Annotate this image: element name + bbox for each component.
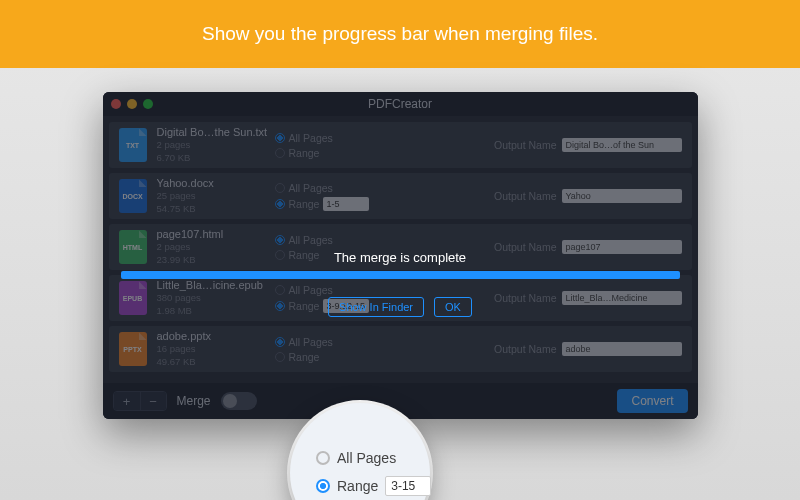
output-name-input[interactable]: Digital Bo…of the Sun bbox=[562, 138, 682, 152]
file-type-icon: PPTX bbox=[119, 332, 147, 366]
all-pages-option[interactable]: All Pages bbox=[275, 336, 333, 348]
progress-panel: The merge is complete bbox=[103, 250, 698, 279]
radio-icon bbox=[275, 337, 285, 347]
all-pages-label: All Pages bbox=[289, 336, 333, 348]
banner-headline: Show you the progress bar when merging f… bbox=[202, 23, 598, 45]
merge-toggle[interactable] bbox=[221, 392, 257, 410]
radio-icon bbox=[275, 235, 285, 245]
page-options: All PagesRange bbox=[275, 132, 495, 159]
all-pages-label: All Pages bbox=[289, 132, 333, 144]
file-name: adobe.pptx bbox=[157, 330, 275, 342]
all-pages-option[interactable]: All Pages bbox=[275, 182, 370, 194]
all-pages-label: All Pages bbox=[289, 234, 333, 246]
range-label: Range bbox=[289, 351, 320, 363]
all-pages-label: All Pages bbox=[289, 284, 333, 296]
range-label: Range bbox=[289, 198, 320, 210]
convert-button[interactable]: Convert bbox=[617, 389, 687, 413]
ok-button[interactable]: OK bbox=[434, 297, 472, 317]
output-name-label: Output Name bbox=[494, 343, 556, 355]
window-title: PDFCreator bbox=[103, 97, 698, 111]
app-window: PDFCreator TXTDigital Bo…the Sun.txt2 pa… bbox=[103, 92, 698, 419]
radio-icon bbox=[275, 352, 285, 362]
merge-label: Merge bbox=[177, 394, 211, 408]
all-pages-label: All Pages bbox=[289, 182, 333, 194]
file-row[interactable]: PPTXadobe.pptx16 pages49.67 KBAll PagesR… bbox=[109, 326, 692, 372]
zoom-range-input[interactable]: 3-15 bbox=[385, 476, 431, 496]
radio-icon bbox=[275, 285, 285, 295]
progress-message: The merge is complete bbox=[103, 250, 698, 265]
file-type-icon: TXT bbox=[119, 128, 147, 162]
file-pages: 16 pages bbox=[157, 342, 275, 355]
file-pages: 25 pages bbox=[157, 189, 275, 202]
output-group: Output NameDigital Bo…of the Sun bbox=[494, 138, 681, 152]
range-option[interactable]: Range bbox=[275, 147, 333, 159]
file-name: page107.html bbox=[157, 228, 275, 240]
radio-icon bbox=[275, 133, 285, 143]
all-pages-option[interactable]: All Pages bbox=[275, 284, 370, 296]
promo-banner: Show you the progress bar when merging f… bbox=[0, 0, 800, 68]
file-name: Digital Bo…the Sun.txt bbox=[157, 126, 275, 138]
output-name-input[interactable]: Yahoo bbox=[562, 189, 682, 203]
file-name: Yahoo.docx bbox=[157, 177, 275, 189]
file-size: 6.70 KB bbox=[157, 151, 275, 164]
file-row[interactable]: DOCXYahoo.docx25 pages54.75 KBAll PagesR… bbox=[109, 173, 692, 219]
range-input[interactable]: 1-5 bbox=[323, 197, 369, 211]
file-pages: 2 pages bbox=[157, 138, 275, 151]
remove-button[interactable]: − bbox=[140, 392, 166, 410]
output-name-label: Output Name bbox=[494, 139, 556, 151]
radio-icon bbox=[275, 199, 285, 209]
progress-bar bbox=[121, 271, 680, 279]
range-option[interactable]: Range 1-5 bbox=[275, 197, 370, 211]
file-size: 54.75 KB bbox=[157, 202, 275, 215]
file-size: 49.67 KB bbox=[157, 355, 275, 368]
show-in-finder-button[interactable]: Show In Finder bbox=[328, 297, 424, 317]
page-options: All PagesRange 1-5 bbox=[275, 182, 495, 211]
output-name-label: Output Name bbox=[494, 190, 556, 202]
radio-icon bbox=[275, 183, 285, 193]
bottom-toolbar: + − Merge Convert bbox=[103, 383, 698, 419]
add-remove-group: + − bbox=[113, 391, 167, 411]
file-meta: Digital Bo…the Sun.txt2 pages6.70 KB bbox=[157, 126, 275, 165]
add-button[interactable]: + bbox=[114, 392, 140, 410]
titlebar: PDFCreator bbox=[103, 92, 698, 116]
zoom-allpages-option: All Pages bbox=[316, 450, 396, 466]
page-options: All PagesRange bbox=[275, 336, 495, 363]
range-option[interactable]: Range bbox=[275, 351, 333, 363]
radio-icon bbox=[275, 148, 285, 158]
output-group: Output NameYahoo bbox=[494, 189, 681, 203]
all-pages-option[interactable]: All Pages bbox=[275, 234, 333, 246]
range-label: Range bbox=[289, 147, 320, 159]
radio-icon[interactable] bbox=[316, 451, 330, 465]
output-name-input[interactable]: adobe bbox=[562, 342, 682, 356]
zoom-range-label: Range bbox=[337, 478, 378, 494]
file-meta: adobe.pptx16 pages49.67 KB bbox=[157, 330, 275, 369]
output-group: Output Nameadobe bbox=[494, 342, 681, 356]
file-type-icon: DOCX bbox=[119, 179, 147, 213]
progress-actions: Show In Finder OK bbox=[103, 297, 698, 317]
radio-icon[interactable] bbox=[316, 479, 330, 493]
all-pages-option[interactable]: All Pages bbox=[275, 132, 333, 144]
zoom-allpages-label: All Pages bbox=[337, 450, 396, 466]
zoom-range-option: Range 3-15 bbox=[316, 476, 431, 496]
file-name: Little_Bla…icine.epub bbox=[157, 279, 275, 291]
stage: PDFCreator TXTDigital Bo…the Sun.txt2 pa… bbox=[0, 68, 800, 419]
file-row[interactable]: TXTDigital Bo…the Sun.txt2 pages6.70 KBA… bbox=[109, 122, 692, 168]
file-meta: Yahoo.docx25 pages54.75 KB bbox=[157, 177, 275, 216]
